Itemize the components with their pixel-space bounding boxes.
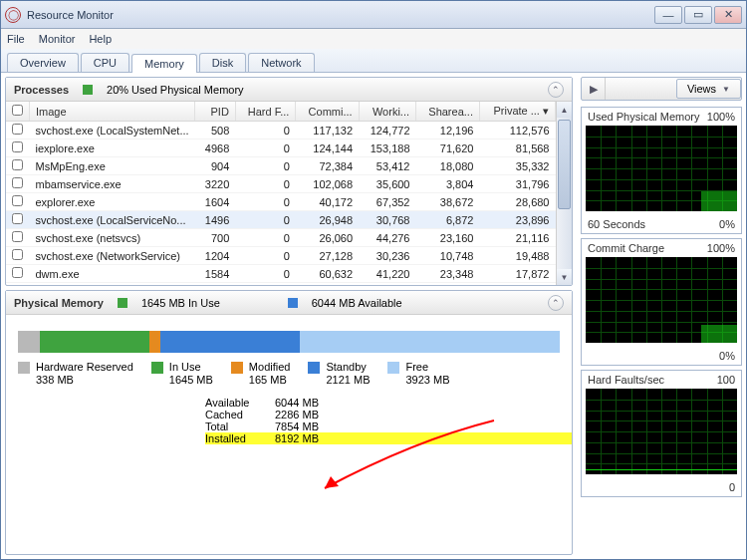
row-check[interactable] [12, 195, 23, 206]
cell-share: 38,672 [416, 193, 480, 211]
stat-label: Available [205, 397, 275, 409]
chart-box: Commit Charge100% 0% [581, 238, 742, 366]
cell-share: 23,348 [416, 265, 480, 283]
row-check[interactable] [12, 267, 23, 278]
cell-commit: 72,384 [296, 157, 359, 175]
stat-row: Available 6044 MB [205, 397, 572, 409]
col-header[interactable]: Private ... ▾ [479, 102, 555, 122]
memory-usage-icon [83, 85, 93, 95]
cell-share: 10,748 [416, 247, 480, 265]
legend-swatch [18, 362, 30, 374]
table-row[interactable]: dwm.exe 1584 0 60,632 41,220 23,348 17,8… [6, 265, 556, 283]
close-button[interactable]: ✕ [714, 6, 742, 24]
tab-network[interactable]: Network [248, 53, 314, 72]
legend-label: Hardware Reserved [36, 361, 133, 374]
row-check[interactable] [12, 249, 23, 260]
titlebar[interactable]: ◯ Resource Monitor — ▭ ✕ [1, 1, 746, 29]
tab-disk[interactable]: Disk [199, 53, 246, 72]
legend-item: Hardware Reserved338 MB [18, 361, 133, 387]
tab-overview[interactable]: Overview [7, 53, 79, 72]
col-check[interactable] [6, 102, 30, 122]
legend-item: In Use1645 MB [151, 361, 213, 387]
cell-priv: 31,796 [479, 175, 555, 193]
processes-title: Processes [14, 84, 69, 96]
table-row[interactable]: svchost.exe (LocalServiceNo... 1496 0 26… [6, 211, 556, 229]
cell-hf: 0 [235, 229, 296, 247]
cell-work: 53,412 [359, 157, 415, 175]
legend-swatch [231, 362, 243, 374]
cell-work: 30,768 [359, 211, 415, 229]
cell-pid: 1584 [195, 265, 235, 283]
cell-commit: 26,060 [296, 229, 359, 247]
processes-subtitle: 20% Used Physical Memory [107, 84, 244, 96]
chart-line [586, 469, 737, 470]
col-header[interactable]: Image [30, 102, 195, 122]
collapse-icon[interactable]: ⌃ [548, 295, 564, 311]
row-check[interactable] [12, 213, 23, 224]
cell-priv: 17,872 [479, 265, 555, 283]
col-header[interactable]: Hard F... [235, 102, 296, 122]
processes-header[interactable]: Processes 20% Used Physical Memory ⌃ [6, 78, 572, 102]
processes-table: ImagePIDHard F...Commi...Worki...Sharea.… [6, 102, 556, 283]
table-row[interactable]: MsMpEng.exe 904 0 72,384 53,412 18,080 3… [6, 157, 556, 175]
table-row[interactable]: iexplore.exe 4968 0 124,144 153,188 71,6… [6, 140, 556, 157]
inuse-header-text: 1645 MB In Use [141, 297, 220, 309]
physical-memory-title: Physical Memory [14, 297, 104, 309]
col-header[interactable]: PID [195, 102, 235, 122]
processes-scrollbar[interactable]: ▲ ▼ [556, 102, 572, 285]
legend-value: 338 MB [36, 374, 133, 387]
cell-commit: 60,632 [296, 265, 359, 283]
cell-priv: 21,116 [479, 229, 555, 247]
minimize-button[interactable]: — [654, 6, 682, 24]
menu-file[interactable]: File [7, 33, 25, 45]
cell-hf: 0 [235, 122, 296, 140]
menu-help[interactable]: Help [89, 33, 112, 45]
bar-segment [40, 331, 148, 353]
row-check[interactable] [12, 159, 23, 170]
stat-row: Cached 2286 MB [205, 409, 572, 420]
stat-row: Installed 8192 MB [205, 432, 572, 444]
chart-title: Commit Charge [588, 242, 664, 254]
cell-work: 41,220 [359, 265, 415, 283]
cell-commit: 27,128 [296, 247, 359, 265]
scroll-up-icon[interactable]: ▲ [557, 102, 572, 118]
table-row[interactable]: explorer.exe 1604 0 40,172 67,352 38,672… [6, 193, 556, 211]
scroll-down-icon[interactable]: ▼ [557, 269, 572, 285]
table-row[interactable]: svchost.exe (LocalSystemNet... 508 0 117… [6, 122, 556, 140]
table-row[interactable]: svchost.exe (netsvcs) 700 0 26,060 44,27… [6, 229, 556, 247]
app-icon: ◯ [5, 7, 21, 23]
processes-panel: Processes 20% Used Physical Memory ⌃ Ima… [5, 77, 573, 286]
cell-pid: 904 [195, 157, 235, 175]
row-check[interactable] [12, 231, 23, 242]
views-label: Views [687, 83, 716, 95]
expand-sidebar-button[interactable]: ▶ [582, 78, 606, 100]
col-header[interactable]: Sharea... [416, 102, 480, 122]
cell-hf: 0 [235, 193, 296, 211]
cell-image: dwm.exe [30, 265, 195, 283]
table-row[interactable]: svchost.exe (NetworkService) 1204 0 27,1… [6, 247, 556, 265]
col-header[interactable]: Worki... [359, 102, 415, 122]
chart-area [701, 191, 737, 211]
legend-label: Free [405, 361, 449, 374]
tab-memory[interactable]: Memory [131, 54, 197, 73]
row-check[interactable] [12, 177, 23, 188]
tab-cpu[interactable]: CPU [81, 53, 129, 72]
physical-memory-header[interactable]: Physical Memory 1645 MB In Use 6044 MB A… [6, 291, 572, 315]
legend-item: Free3923 MB [387, 361, 449, 387]
row-check[interactable] [12, 141, 23, 152]
row-check[interactable] [12, 124, 23, 135]
cell-work: 153,188 [359, 140, 415, 157]
cell-priv: 28,680 [479, 193, 555, 211]
available-header-text: 6044 MB Available [312, 297, 402, 309]
available-icon [288, 298, 298, 308]
table-row[interactable]: mbamservice.exe 3220 0 102,068 35,600 3,… [6, 175, 556, 193]
chart-foot: 0 [729, 481, 735, 493]
menu-monitor[interactable]: Monitor [39, 33, 76, 45]
legend-value: 165 MB [249, 374, 291, 387]
col-header[interactable]: Commi... [296, 102, 359, 122]
collapse-icon[interactable]: ⌃ [548, 82, 564, 98]
maximize-button[interactable]: ▭ [684, 6, 712, 24]
scroll-thumb[interactable] [558, 120, 571, 209]
bar-segment [149, 331, 160, 353]
views-button[interactable]: Views ▼ [676, 79, 741, 99]
